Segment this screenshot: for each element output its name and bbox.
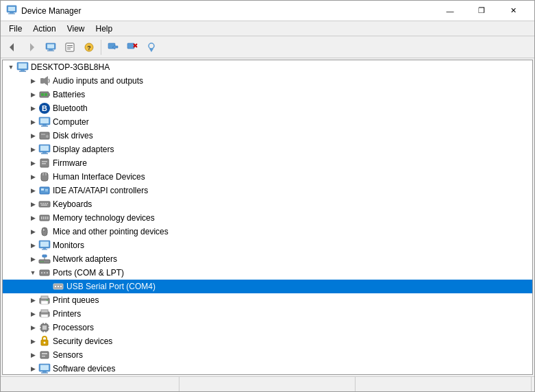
- svg-rect-25: [21, 70, 25, 71]
- svg-rect-37: [42, 125, 47, 126]
- menu-view[interactable]: View: [62, 21, 90, 36]
- svg-text:?: ?: [87, 45, 91, 51]
- svg-rect-58: [42, 203, 44, 204]
- forward-button[interactable]: [23, 38, 40, 56]
- monitors-toggle[interactable]: ▶: [27, 240, 38, 251]
- tree-item-monitors[interactable]: ▶ Monitors: [3, 238, 532, 252]
- svg-rect-93: [41, 315, 48, 317]
- device-manager-window: Device Manager — ❐ ✕ File Action View He…: [0, 0, 535, 392]
- main-area: ▼ DESKTOP-3GBL8HA ▶: [1, 58, 534, 376]
- scan-hardware-button[interactable]: [142, 38, 160, 56]
- print-label: Print queues: [53, 295, 99, 305]
- tree-item-disk[interactable]: ▶ Disk drives: [3, 129, 532, 143]
- firmware-toggle[interactable]: ▶: [27, 158, 38, 169]
- software-icon: [38, 363, 51, 375]
- tree-item-memory[interactable]: ▶ Memory technology devices: [3, 211, 532, 225]
- svg-marker-4: [10, 43, 14, 51]
- computer-button[interactable]: [42, 38, 60, 56]
- security-toggle[interactable]: ▶: [27, 336, 38, 347]
- display-toggle[interactable]: ▶: [27, 144, 38, 155]
- ide-toggle[interactable]: ▶: [27, 185, 38, 196]
- svg-rect-69: [43, 229, 45, 231]
- svg-marker-28: [44, 76, 48, 86]
- ports-icon: [38, 267, 51, 279]
- mouse-label: Mice and other pointing devices: [53, 227, 169, 236]
- status-panel-3: [356, 377, 532, 391]
- ports-toggle[interactable]: ▼: [27, 267, 38, 278]
- root-toggle[interactable]: ▼: [5, 62, 16, 73]
- keyboard-toggle[interactable]: ▶: [27, 199, 38, 210]
- tree-item-audio[interactable]: ▶ Audio inputs and outputs: [3, 74, 532, 88]
- properties-button[interactable]: [61, 38, 79, 56]
- title-bar-left: Device Manager: [6, 4, 81, 17]
- security-label: Security devices: [53, 336, 112, 346]
- tree-item-printers[interactable]: ▶ Printers: [3, 307, 532, 321]
- processors-toggle[interactable]: ▶: [27, 322, 38, 333]
- device-tree[interactable]: ▼ DESKTOP-3GBL8HA ▶: [2, 60, 533, 375]
- mouse-toggle[interactable]: ▶: [27, 226, 38, 237]
- tree-item-print[interactable]: ▶ Print queues: [3, 293, 532, 307]
- svg-rect-7: [47, 44, 54, 48]
- svg-rect-18: [127, 43, 134, 49]
- svg-rect-48: [42, 163, 46, 164]
- maximize-button[interactable]: ❐: [466, 1, 497, 21]
- tree-item-processors[interactable]: ▶ Processors: [3, 321, 532, 334]
- tree-item-ide[interactable]: ▶ IDE ATA/ATAPI controllers: [3, 184, 532, 197]
- tree-item-display[interactable]: ▶ Display adapters: [3, 143, 532, 156]
- hid-toggle[interactable]: ▶: [27, 171, 38, 182]
- tree-item-mouse[interactable]: ▶ Mice and other pointing devices: [3, 225, 532, 238]
- sensors-toggle[interactable]: ▶: [27, 350, 38, 360]
- tree-item-usb-serial[interactable]: ▶ USB Serial Port (COM4): [3, 280, 532, 293]
- audio-toggle[interactable]: ▶: [27, 75, 38, 86]
- tree-item-bluetooth[interactable]: ▶ B Bluetooth: [3, 101, 532, 115]
- monitors-icon: [38, 239, 51, 252]
- bluetooth-toggle[interactable]: ▶: [27, 103, 38, 114]
- tree-item-batteries[interactable]: ▶ Batteries: [3, 88, 532, 101]
- status-panel-1: [3, 377, 179, 391]
- svg-rect-2: [10, 12, 14, 14]
- svg-rect-106: [40, 352, 49, 358]
- network-toggle[interactable]: ▶: [27, 254, 38, 265]
- svg-rect-107: [42, 353, 47, 354]
- title-icon: [6, 4, 17, 17]
- batteries-toggle[interactable]: ▶: [27, 89, 38, 100]
- tree-item-sensors[interactable]: ▶ Sensors: [3, 348, 532, 362]
- print-toggle[interactable]: ▶: [27, 295, 38, 306]
- back-button[interactable]: [3, 38, 21, 56]
- svg-rect-43: [40, 146, 49, 151]
- tree-item-computer[interactable]: ▶ Computer: [3, 115, 532, 129]
- tree-root[interactable]: ▼ DESKTOP-3GBL8HA: [3, 60, 532, 74]
- uninstall-button[interactable]: [123, 38, 141, 56]
- tree-item-keyboard[interactable]: ▶ Keyboards: [3, 197, 532, 211]
- svg-rect-72: [43, 248, 46, 249]
- svg-rect-63: [41, 217, 42, 219]
- menu-action[interactable]: Action: [27, 21, 61, 36]
- software-toggle[interactable]: ▶: [27, 363, 38, 374]
- tree-item-hid[interactable]: ▶ Human Interface Devices: [3, 170, 532, 184]
- tree-item-ports[interactable]: ▼ Ports (COM & LPT): [3, 266, 532, 280]
- svg-rect-26: [19, 71, 26, 72]
- svg-rect-66: [47, 217, 49, 219]
- close-button[interactable]: ✕: [497, 1, 529, 21]
- disk-toggle[interactable]: ▶: [27, 130, 38, 141]
- svg-rect-36: [40, 119, 49, 124]
- memory-toggle[interactable]: ▶: [27, 212, 38, 223]
- tree-item-software[interactable]: ▶ Software devices: [3, 362, 532, 375]
- tree-item-network[interactable]: ▶ Network adapters: [3, 252, 532, 266]
- svg-rect-92: [41, 310, 48, 313]
- menu-file[interactable]: File: [3, 21, 27, 36]
- menu-help[interactable]: Help: [90, 21, 119, 36]
- tree-item-security[interactable]: ▶ Security devices: [3, 334, 532, 348]
- computer-toggle[interactable]: ▶: [27, 117, 38, 127]
- hid-label: Human Interface Devices: [53, 172, 145, 182]
- computer-icon: [16, 61, 29, 73]
- help-button[interactable]: ?: [80, 38, 98, 56]
- svg-rect-57: [40, 203, 42, 204]
- printers-icon: [38, 308, 51, 320]
- update-driver-button[interactable]: [104, 38, 122, 56]
- tree-item-firmware[interactable]: ▶ Firmware: [3, 156, 532, 170]
- printers-toggle[interactable]: ▶: [27, 308, 38, 319]
- bluetooth-icon: B: [38, 102, 51, 114]
- minimize-button[interactable]: —: [434, 1, 466, 21]
- batteries-label: Batteries: [53, 90, 85, 99]
